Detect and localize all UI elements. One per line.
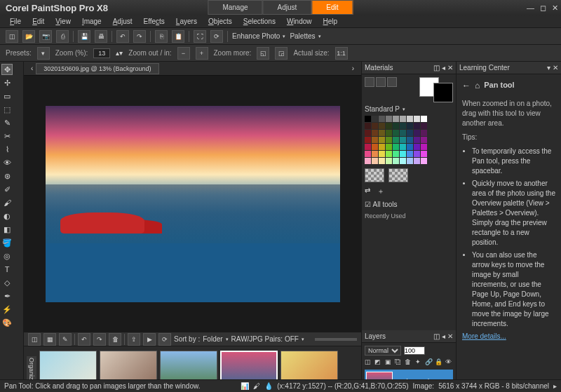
menu-adjust[interactable]: Adjust [109, 16, 137, 27]
color-swatch[interactable] [365, 137, 371, 143]
rotate-icon[interactable]: ⟳ [210, 30, 223, 43]
color-swatch[interactable] [421, 144, 427, 150]
new-mask-icon[interactable]: ◩ [374, 358, 382, 367]
org-sync-icon[interactable]: ⟳ [158, 333, 171, 346]
color-swatch[interactable] [421, 123, 427, 129]
color-swatch[interactable] [421, 116, 427, 122]
color-swatch[interactable] [414, 116, 420, 122]
color-swatch[interactable] [421, 158, 427, 164]
open-icon[interactable]: 📂 [22, 30, 35, 43]
new-group-icon[interactable]: ▣ [385, 358, 393, 367]
sort-dropdown[interactable]: Folder [203, 335, 228, 343]
pen-tool-icon[interactable]: ✒ [1, 290, 13, 302]
org-rotr-icon[interactable]: ↷ [93, 333, 106, 346]
zoom-spinner[interactable]: ▴▾ [116, 49, 123, 57]
color-swatch[interactable] [400, 116, 406, 122]
color-swatch[interactable] [393, 116, 399, 122]
color-swatch[interactable] [365, 116, 371, 122]
fx-layer-icon[interactable]: ✦ [415, 358, 423, 367]
save-icon[interactable]: 💾 [78, 30, 90, 43]
panel-close-icon[interactable]: ✕ [447, 332, 453, 340]
color-swatch[interactable] [393, 123, 399, 129]
zoom-fit-icon[interactable]: ◱ [257, 47, 269, 60]
color-swatch[interactable] [365, 130, 371, 136]
thumb-size-slider[interactable] [315, 338, 357, 341]
lc-back-icon[interactable]: ← [462, 80, 471, 95]
color-swatch[interactable] [386, 151, 392, 157]
color-swatch[interactable] [379, 116, 385, 122]
scan-icon[interactable]: ⎙ [56, 30, 69, 43]
color-swatch[interactable] [372, 130, 378, 136]
paste-icon[interactable]: 📋 [172, 30, 184, 43]
color-swatch[interactable] [421, 130, 427, 136]
color-swatch[interactable] [407, 116, 413, 122]
lighten-tool-icon[interactable]: ◐ [1, 210, 13, 222]
org-btn-1[interactable]: ◫ [28, 333, 41, 346]
lc-more-link[interactable]: More details... [462, 332, 506, 340]
color-swatch[interactable] [379, 123, 385, 129]
color-swatch[interactable] [379, 144, 385, 150]
color-swatch[interactable] [414, 158, 420, 164]
link-layer-icon[interactable]: 🔗 [425, 358, 433, 367]
lock-layer-icon[interactable]: 🔒 [435, 358, 442, 367]
tab-adjust[interactable]: Adjust [263, 0, 312, 15]
enhance-dropdown[interactable]: Enhance Photo [232, 32, 285, 40]
color-swatch[interactable] [372, 137, 378, 143]
scratch-tool-icon[interactable]: ✐ [1, 184, 13, 195]
smart-tool-icon[interactable]: ⚡ [1, 304, 13, 315]
org-del-icon[interactable]: 🗑 [109, 333, 121, 346]
panel-close-icon[interactable]: ✕ [553, 64, 558, 72]
actual-size-icon[interactable]: 1:1 [335, 47, 348, 60]
color-swatch[interactable] [407, 144, 413, 150]
pattern-swatch-2[interactable] [388, 168, 408, 182]
color-swatch[interactable] [386, 137, 392, 143]
zoom-input[interactable] [93, 48, 110, 58]
pan-tool-icon[interactable]: ✥ [1, 64, 13, 75]
color-swatch[interactable] [400, 144, 406, 150]
crop-tool-icon[interactable]: ✂ [1, 130, 13, 142]
color-swatch[interactable] [386, 130, 392, 136]
color-swatch[interactable] [407, 151, 413, 157]
color-swatch[interactable] [400, 158, 406, 164]
color-swatch[interactable] [414, 137, 420, 143]
color-swatch[interactable] [365, 151, 371, 157]
color-swatch[interactable] [407, 158, 413, 164]
minimize-icon[interactable]: — [527, 4, 534, 13]
color-swatch[interactable] [372, 123, 378, 129]
presets-dropdown[interactable]: ▾ [37, 47, 50, 60]
prev-doc-icon[interactable]: ‹ [28, 65, 36, 72]
panel-menu-icon[interactable]: ◫ [433, 64, 440, 72]
menu-image[interactable]: Image [78, 16, 106, 27]
org-share-icon[interactable]: ⇪ [128, 333, 140, 346]
text-tool-icon[interactable]: T [1, 264, 13, 275]
pairs-dropdown[interactable]: RAW/JPG Pairs: OFF [231, 335, 304, 343]
color-swatch[interactable] [421, 137, 427, 143]
warp-tool-icon[interactable]: ⌇ [1, 144, 13, 155]
del-layer-icon[interactable]: 🗑 [405, 358, 412, 367]
org-play-icon[interactable]: ▶ [143, 333, 156, 346]
color-swatch[interactable] [421, 151, 427, 157]
zoom-out-icon[interactable]: − [177, 47, 190, 60]
canvas[interactable] [24, 76, 361, 332]
color-swatch[interactable] [379, 158, 385, 164]
color-swatch[interactable] [400, 137, 406, 143]
paint-tool-icon[interactable]: 🖌 [1, 197, 13, 208]
redeye-tool-icon[interactable]: 👁 [1, 157, 13, 168]
tab-manage[interactable]: Manage [208, 0, 262, 15]
color-swatch[interactable] [365, 158, 371, 164]
color-swatch[interactable] [379, 137, 385, 143]
color-swatch[interactable] [400, 130, 406, 136]
mat-mode-2[interactable] [376, 77, 386, 87]
panel-close-icon[interactable]: ✕ [447, 64, 453, 72]
menu-edit[interactable]: Edit [28, 16, 48, 27]
new-layer-icon[interactable]: ◫ [365, 358, 372, 367]
color-swatch[interactable] [393, 144, 399, 150]
background-swatch[interactable] [433, 83, 453, 102]
color-swatch[interactable] [372, 116, 378, 122]
undo-icon[interactable]: ↶ [116, 30, 129, 43]
close-icon[interactable]: ✕ [552, 4, 558, 13]
color-swatch[interactable] [393, 151, 399, 157]
drop-icon[interactable]: 💧 [264, 382, 273, 390]
menu-view[interactable]: View [51, 16, 75, 27]
color-swatch[interactable] [393, 137, 399, 143]
